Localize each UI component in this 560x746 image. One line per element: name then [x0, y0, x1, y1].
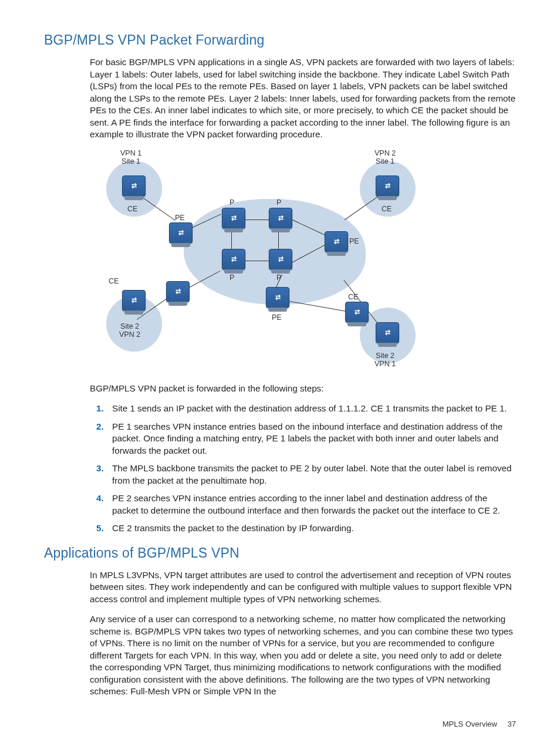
label-p: P	[230, 274, 234, 282]
router-ce: ⇄	[376, 175, 399, 197]
label-pe: PE	[175, 214, 185, 222]
page-footer: MPLS Overview 37	[443, 720, 516, 728]
step-item: The MPLS backbone transmits the packet t…	[106, 463, 516, 487]
figure-vpn-topology: ⇄ ⇄ ⇄ ⇄ ⇄ ⇄ ⇄ ⇄ ⇄ ⇄ ⇄ ⇄ ⇄ VPN 1Site 1 VP…	[90, 149, 442, 372]
label-vpn2-site1: VPN 2Site 1	[375, 149, 396, 166]
label-ce: CE	[382, 205, 392, 213]
router-ce-extra: ⇄	[166, 281, 190, 302]
paragraph-apps-2: Any service of a user can correspond to …	[90, 613, 516, 698]
label-pe: PE	[349, 237, 359, 245]
footer-page-number: 37	[508, 720, 516, 728]
heading-bgp-mpls-forwarding: BGP/MPLS VPN Packet Forwarding	[44, 32, 516, 48]
router-p: ⇄	[269, 249, 292, 270]
paragraph-forwarding-intro: For basic BGP/MPLS VPN applications in a…	[90, 56, 516, 141]
router-pe: ⇄	[169, 222, 193, 244]
label-p: P	[276, 198, 281, 207]
router-p: ⇄	[222, 208, 245, 229]
router-ce: ⇄	[122, 290, 146, 311]
label-pe: PE	[272, 313, 282, 322]
step-item: PE 1 searches VPN instance entries based…	[106, 421, 516, 457]
label-ce: CE	[348, 293, 358, 301]
router-pe: ⇄	[325, 231, 348, 252]
label-p: P	[276, 274, 281, 282]
router-pe: ⇄	[266, 287, 289, 308]
document-page: BGP/MPLS VPN Packet Forwarding For basic…	[0, 0, 560, 746]
label-site2-vpn1: Site 2VPN 1	[375, 352, 396, 368]
step-item: Site 1 sends an IP packet with the desti…	[106, 403, 516, 415]
footer-section-title: MPLS Overview	[443, 720, 497, 728]
step-item: PE 2 searches VPN instance entries accor…	[106, 492, 516, 517]
router-ce: ⇄	[376, 322, 399, 343]
link	[286, 301, 350, 312]
heading-applications: Applications of BGP/MPLS VPN	[44, 545, 516, 561]
router-ce: ⇄	[122, 175, 146, 197]
label-site2-vpn2: Site 2VPN 2	[119, 322, 140, 339]
label-ce: CE	[109, 277, 119, 285]
label-p: P	[230, 198, 234, 207]
label-ce: CE	[127, 205, 137, 213]
paragraph-steps-intro: BGP/MPLS VPN packet is forwarded in the …	[90, 383, 516, 395]
forwarding-steps-list: Site 1 sends an IP packet with the desti…	[90, 403, 516, 535]
paragraph-apps-1: In MPLS L3VPNs, VPN target attributes ar…	[90, 569, 516, 606]
router-p: ⇄	[222, 249, 245, 270]
router-p: ⇄	[269, 208, 292, 229]
label-vpn1-site1: VPN 1Site 1	[120, 149, 141, 166]
router-ce-extra: ⇄	[345, 302, 369, 323]
step-item: CE 2 transmits the packet to the destina…	[106, 522, 516, 535]
